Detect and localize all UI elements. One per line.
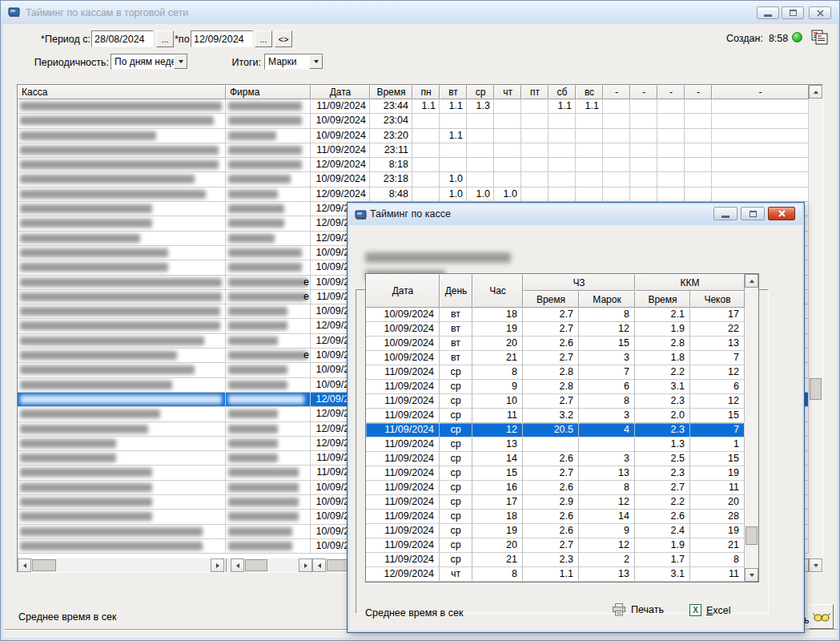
close-button[interactable] — [768, 207, 795, 220]
table-row[interactable]: 11/09/2024ср172.9122.220 — [366, 495, 745, 510]
table-row[interactable]: 10/09/2024вт212.731.87 — [366, 351, 745, 365]
column-header-dash[interactable]: - — [657, 85, 685, 99]
table-row[interactable]: 11/09/202423:441.11.11.31.11.1 — [18, 99, 809, 114]
column-group-chz[interactable]: ЧЗ — [523, 274, 635, 291]
cell — [630, 172, 657, 186]
minimize-button[interactable] — [713, 207, 738, 220]
scroll-left-button[interactable] — [231, 558, 244, 572]
scroll-left-button[interactable] — [18, 558, 31, 572]
cell: 2.4 — [635, 524, 690, 538]
table-row[interactable]: 11/09/2024ср162.682.711 — [366, 481, 745, 495]
table-row[interactable]: 11/09/202423:11 — [18, 143, 809, 158]
column-header-hour[interactable]: Час — [472, 274, 523, 308]
column-header-dash[interactable]: - — [685, 85, 712, 99]
minimize-button[interactable] — [757, 6, 779, 19]
column-header-thu[interactable]: чт — [494, 85, 521, 99]
column-header-fri[interactable]: пт — [521, 85, 549, 99]
excel-button[interactable]: X Excel — [689, 604, 731, 616]
kassa-blurred-text — [20, 219, 152, 228]
table-row[interactable]: 12/09/20248:18 — [18, 158, 809, 172]
period-from-input[interactable] — [91, 30, 154, 47]
column-header-dash[interactable]: - — [712, 85, 809, 99]
copy-report-icon[interactable] — [811, 30, 828, 45]
maximize-button[interactable] — [741, 207, 765, 220]
table-row[interactable]: 10/09/2024вт182.782.117 — [366, 308, 745, 322]
table-row[interactable]: 11/09/2024ср92.863.16 — [366, 380, 745, 394]
table-row[interactable]: 10/09/2024вт202.6152.813 — [366, 337, 745, 351]
cell: 8 — [690, 553, 745, 566]
pane-splitter[interactable] — [226, 558, 227, 572]
column-header-kassa[interactable]: Касса — [18, 85, 226, 99]
table-row[interactable]: 11/09/2024ср1220.542.37 — [366, 423, 745, 437]
column-header-time[interactable]: Время — [370, 85, 412, 99]
scroll-left-button[interactable] — [312, 558, 326, 572]
column-header-dash[interactable]: - — [630, 85, 657, 99]
table-row[interactable]: 11/09/2024ср192.692.419 — [366, 524, 745, 538]
table-row[interactable]: 11/09/2024ср82.872.212 — [366, 365, 745, 380]
column-header-dash[interactable]: - — [603, 85, 630, 99]
column-header-kkm-cheques[interactable]: Чеков — [690, 291, 745, 308]
totals-select[interactable]: Марки — [264, 54, 324, 70]
column-header-sun[interactable]: вс — [576, 85, 603, 99]
table-row[interactable]: 11/09/2024ср152.7132.319 — [366, 466, 745, 481]
cell: 3 — [579, 452, 635, 466]
scroll-thumb[interactable] — [810, 378, 822, 400]
table-row[interactable]: 11/09/2024ср142.632.515 — [366, 452, 745, 466]
scroll-thumb[interactable] — [245, 559, 267, 571]
table-row[interactable]: 12/09/20248:481.01.01.0 — [18, 187, 809, 202]
column-header-wed[interactable]: ср — [467, 85, 494, 99]
table-row[interactable]: 11/09/2024ср202.7121.921 — [366, 538, 745, 553]
period-to-input[interactable] — [191, 30, 253, 47]
scroll-down-button[interactable] — [745, 568, 758, 582]
table-row[interactable]: 11/09/2024ср212.321.78 — [366, 553, 745, 567]
scroll-thumb[interactable] — [32, 559, 56, 571]
periodicity-select[interactable]: По дням недели — [111, 54, 188, 70]
column-header-mon[interactable]: пн — [412, 85, 440, 99]
scroll-up-button[interactable] — [745, 274, 758, 288]
chevron-down-icon[interactable] — [174, 54, 187, 69]
maximize-button[interactable] — [782, 6, 804, 19]
column-header-day[interactable]: День — [440, 274, 472, 308]
cell: 6 — [690, 380, 745, 393]
column-header-firma[interactable]: Фирма — [226, 85, 311, 99]
vertical-scrollbar[interactable] — [809, 85, 822, 572]
table-row[interactable]: 11/09/2024ср182.6142.628 — [366, 510, 745, 524]
main-titlebar[interactable]: Тайминг по кассам в торговой сети — [1, 1, 839, 24]
vertical-scrollbar[interactable] — [745, 274, 758, 582]
column-header-sat[interactable]: сб — [549, 85, 576, 99]
scroll-up-button[interactable] — [809, 85, 822, 99]
cell — [226, 114, 311, 127]
table-row[interactable]: 10/09/202423:181.0 — [18, 172, 809, 187]
table-row[interactable]: 10/09/2024вт192.7121.922 — [366, 322, 745, 337]
column-header-chz-marks[interactable]: Марок — [579, 291, 635, 308]
cell — [18, 378, 226, 392]
period-from-browse-button[interactable]: ... — [156, 30, 174, 47]
column-header-tue[interactable]: вт — [440, 85, 467, 99]
table-row[interactable]: 11/09/2024ср113.232.015 — [366, 409, 745, 423]
preview-button[interactable] — [809, 604, 834, 629]
period-to-browse-button[interactable]: ... — [255, 30, 272, 47]
column-header-chz-time[interactable]: Время — [523, 291, 579, 308]
scroll-right-button[interactable] — [211, 558, 224, 572]
cell — [18, 290, 226, 304]
table-row[interactable]: 10/09/202423:201.1 — [18, 129, 809, 143]
cell — [18, 539, 226, 553]
column-header-date[interactable]: Дата — [366, 274, 440, 308]
table-row[interactable]: 11/09/2024ср102.782.312 — [366, 394, 745, 409]
column-header-date[interactable]: Дата — [311, 85, 370, 99]
print-button[interactable]: Печать — [612, 603, 664, 616]
chevron-down-icon[interactable] — [309, 54, 323, 69]
scroll-right-button[interactable] — [299, 558, 312, 572]
scroll-thumb[interactable] — [746, 526, 758, 545]
printer-icon — [612, 603, 626, 616]
column-header-kkm-time[interactable]: Время — [635, 291, 690, 308]
period-swap-button[interactable]: <> — [275, 30, 292, 47]
table-row[interactable]: 11/09/2024ср131.31 — [366, 437, 745, 452]
close-button[interactable] — [809, 6, 831, 19]
column-group-kkm[interactable]: ККМ — [635, 274, 745, 291]
scroll-down-button[interactable] — [809, 558, 822, 572]
table-row[interactable]: 10/09/202423:04 — [18, 114, 809, 128]
table-row[interactable]: 12/09/2024чт81.1133.111 — [366, 567, 745, 582]
kassa-blurred-text — [20, 454, 116, 462]
cell — [494, 129, 521, 143]
